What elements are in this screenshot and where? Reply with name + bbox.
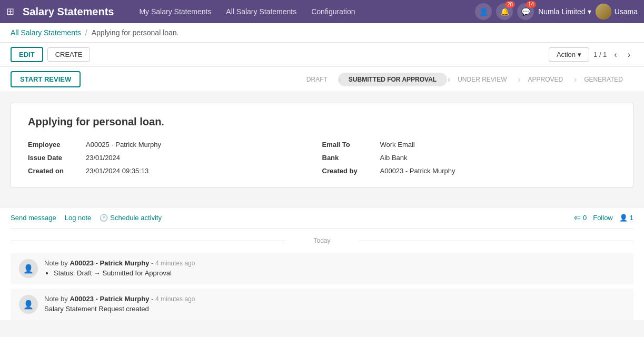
issue-date-field-row: Issue Date 23/01/2024 — [28, 154, 322, 162]
note-author-1: A00023 - Patrick Murphy — [70, 259, 149, 267]
bank-value: Aib Bank — [380, 154, 408, 162]
breadcrumb-current: Applying for personal loan. — [92, 28, 179, 37]
user-btn[interactable]: Usama — [596, 4, 638, 19]
followers-count: 1 — [630, 214, 633, 222]
company-dropdown-icon: ▾ — [588, 7, 591, 16]
email-to-label: Email To — [322, 141, 380, 148]
edit-button[interactable]: EDIT — [11, 47, 43, 62]
note-time-2: 4 minutes ago — [155, 295, 195, 303]
status-under-review[interactable]: UNDER REVIEW — [447, 73, 517, 86]
record-title: Applying for personal loan. — [28, 116, 616, 128]
created-by-label: Created by — [322, 167, 380, 175]
chatter-actions: Send message Log note 🕐 Schedule activit… — [11, 207, 633, 229]
issue-date-value: 23/01/2024 — [86, 154, 120, 162]
fields-left: Employee A00025 - Patrick Murphy Issue D… — [28, 141, 322, 175]
chatter: Send message Log note 🕐 Schedule activit… — [0, 207, 644, 320]
fields-right: Email To Work Email Bank Aib Bank Create… — [322, 141, 617, 175]
action-dropdown-icon: ▾ — [578, 51, 581, 58]
messages-btn[interactable]: 💬 14 — [517, 3, 534, 20]
employee-label: Employee — [28, 141, 86, 148]
clock-icon: 🕐 — [100, 214, 108, 222]
note-text-2: Salary Statement Request created — [44, 305, 149, 313]
pagination: 1 / 1 ‹ › — [593, 49, 633, 61]
next-page-button[interactable]: › — [625, 49, 633, 61]
avatar — [596, 4, 611, 19]
prev-page-button[interactable]: ‹ — [611, 49, 620, 61]
email-to-value: Work Email — [380, 141, 415, 148]
breadcrumb-separator: / — [85, 28, 87, 37]
note-content-1: Note by A00023 - Patrick Murphy - 4 minu… — [44, 259, 625, 278]
follow-button[interactable]: Follow — [593, 214, 613, 222]
action-label: Action — [557, 51, 576, 58]
status-approved[interactable]: APPROVED — [518, 73, 574, 86]
bank-field-row: Bank Aib Bank — [322, 154, 617, 162]
note-header-2: Note by A00023 - Patrick Murphy - 4 minu… — [44, 295, 625, 303]
note-header-1: Note by A00023 - Patrick Murphy - 4 minu… — [44, 259, 625, 267]
breadcrumb-bar: All Salary Statements / Applying for per… — [0, 23, 644, 43]
grid-icon[interactable]: ⊞ — [6, 6, 14, 17]
company-name: Numla Limited — [538, 7, 585, 16]
bank-label: Bank — [322, 154, 380, 162]
chatter-note-1: 👤 Note by A00023 - Patrick Murphy - 4 mi… — [11, 253, 633, 284]
record-fields: Employee A00025 - Patrick Murphy Issue D… — [28, 141, 616, 175]
notification-badge: 28 — [505, 1, 515, 8]
status-draft[interactable]: DRAFT — [296, 73, 338, 86]
app-title: Salary Statements — [23, 6, 114, 18]
status-steps: DRAFT SUBMITTED FOR APPROVAL UNDER REVIE… — [296, 73, 633, 86]
nav-links: My Salary Statements All Salary Statemen… — [133, 4, 467, 19]
schedule-activity-button[interactable]: 🕐 Schedule activity — [100, 214, 162, 222]
create-button[interactable]: CREATE — [47, 47, 91, 62]
user-profile-icon-btn[interactable]: 👤 — [475, 3, 492, 20]
message-badge: 14 — [526, 1, 536, 8]
created-by-field-row: Created by A00023 - Patrick Murphy — [322, 167, 617, 175]
created-on-value: 23/01/2024 09:35:13 — [86, 167, 148, 175]
created-by-value: A00023 - Patrick Murphy — [380, 167, 455, 175]
note-body-1: Status: Draft → Submitted for Approval — [44, 269, 625, 277]
note-item-1: Status: Draft → Submitted for Approval — [54, 269, 625, 277]
created-on-label: Created on — [28, 167, 86, 175]
status-bar: START REVIEW DRAFT SUBMITTED FOR APPROVA… — [0, 67, 644, 92]
action-button[interactable]: Action ▾ — [549, 47, 589, 62]
employee-value: A00025 - Patrick Murphy — [86, 141, 161, 148]
note-time-1: 4 minutes ago — [155, 260, 195, 267]
today-divider: Today — [11, 237, 633, 244]
nav-my-salary[interactable]: My Salary Statements — [133, 4, 217, 19]
send-message-button[interactable]: Send message — [11, 214, 56, 222]
log-note-button[interactable]: Log note — [65, 214, 92, 222]
pagination-text: 1 / 1 — [593, 51, 607, 58]
start-review-button[interactable]: START REVIEW — [11, 71, 81, 87]
note-author-2: A00023 - Patrick Murphy — [70, 295, 149, 303]
employee-field-row: Employee A00025 - Patrick Murphy — [28, 141, 322, 148]
followers-button[interactable]: 👤 1 — [619, 214, 633, 222]
record-card: Applying for personal loan. Employee A00… — [11, 103, 633, 188]
email-to-field-row: Email To Work Email — [322, 141, 617, 148]
status-generated[interactable]: GENERATED — [573, 73, 633, 86]
company-btn[interactable]: Numla Limited ▾ — [538, 7, 591, 16]
nav-configuration[interactable]: Configuration — [305, 4, 361, 19]
note-avatar-1: 👤 — [19, 259, 38, 278]
note-body-2: Salary Statement Request created — [44, 305, 625, 313]
note-content-2: Note by A00023 - Patrick Murphy - 4 minu… — [44, 295, 625, 313]
tags-button[interactable]: 🏷 0 — [574, 214, 587, 222]
nav-all-salary[interactable]: All Salary Statements — [220, 4, 303, 19]
main-content: Applying for personal loan. Employee A00… — [0, 92, 644, 199]
created-on-field-row: Created on 23/01/2024 09:35:13 — [28, 167, 322, 175]
note-avatar-2: 👤 — [19, 295, 38, 314]
chatter-right: 🏷 0 Follow 👤 1 — [574, 214, 633, 222]
tags-count: 0 — [583, 214, 587, 222]
chatter-note-2: 👤 Note by A00023 - Patrick Murphy - 4 mi… — [11, 289, 633, 320]
toolbar: EDIT CREATE Action ▾ 1 / 1 ‹ › — [0, 43, 644, 67]
breadcrumb-parent[interactable]: All Salary Statements — [11, 28, 81, 37]
user-name: Usama — [615, 7, 638, 16]
issue-date-label: Issue Date — [28, 154, 86, 162]
person-icon: 👤 — [619, 214, 628, 222]
tag-icon: 🏷 — [574, 214, 581, 222]
notifications-btn[interactable]: 🔔 28 — [496, 3, 513, 20]
top-nav: ⊞ Salary Statements My Salary Statements… — [0, 0, 644, 23]
nav-right: 👤 🔔 28 💬 14 Numla Limited ▾ Usama — [475, 3, 638, 20]
status-submitted[interactable]: SUBMITTED FOR APPROVAL — [338, 73, 447, 86]
